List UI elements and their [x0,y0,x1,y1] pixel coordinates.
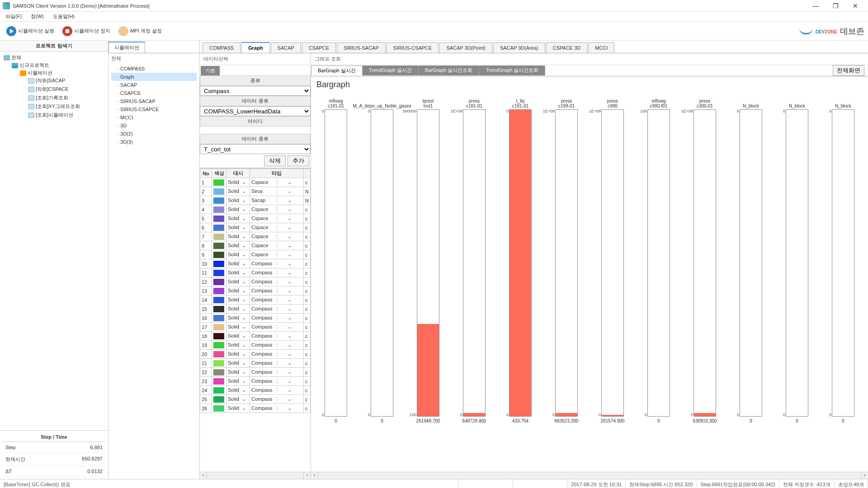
sim-item[interactable]: · SACAP [111,81,197,89]
subtab[interactable]: COMPASS [203,42,241,53]
tree-leaf[interactable]: [조회]기록조회 [28,94,106,102]
graph-tab[interactable]: BarGraph 실시간조회 [419,66,480,75]
datatype2-header: 데이터 종류 [200,134,311,144]
run-sim-label: 시뮬레이션 실행 [18,28,54,34]
table-row[interactable]: 22Solid⌄Compass⌄c [200,368,311,377]
chart-hscroll[interactable]: ‹› [311,472,868,479]
subtab[interactable]: CSPACE 3D [546,42,588,53]
subtab[interactable]: SACAP 3D(Area) [493,42,545,53]
table-row[interactable]: 20Solid⌄Compass⌄c [200,350,311,359]
col-color: 색상 [212,169,226,178]
subtab[interactable]: CSAPCE [302,42,336,53]
subtab[interactable]: SACAP 3D(Point) [439,42,492,53]
table-row[interactable]: 3Solid⌄Sacap⌄N [200,196,311,205]
minimize-button[interactable]: — [806,0,826,11]
menubar: 파일(F) 창(W) 도움말(H) [0,12,868,22]
graph-title: 그래프 조회 [315,56,341,62]
table-row[interactable]: 6Solid⌄Cspace⌄c [200,223,311,232]
sim-item[interactable]: · SIRIUS-SACAP [111,97,197,105]
sub-tabs: COMPASSGraphSACAPCSAPCESIRIUS-SACAPSIRIU… [200,41,868,53]
bar-column: pressc199-011E+080663523.200 [543,93,590,470]
subtab[interactable]: MCCI [588,42,614,53]
table-row[interactable]: 7Solid⌄Cspace⌄c [200,232,311,241]
table-row[interactable]: 16Solid⌄Compass⌄c [200,314,311,323]
add-button[interactable]: 추가 [288,155,309,166]
basic-tab[interactable]: 기본 [201,66,220,75]
series-grid[interactable]: No 색상 대시 타입 1Solid⌄Cspace⌄c2Solid⌄Sirus⌄… [200,168,311,472]
col-no: No [200,169,212,178]
sim-item[interactable]: · COMPASS [111,65,197,73]
steptime-title: Step / Time [2,432,106,442]
grid-hscroll[interactable]: ‹› [200,472,311,479]
sim-item[interactable]: · 3D(2) [111,130,197,138]
table-row[interactable]: 17Solid⌄Compass⌄c [200,323,311,332]
table-row[interactable]: 2Solid⌄Sirus⌄N [200,187,311,196]
tree-leaf[interactable]: [조회]XY그래프조회 [28,102,106,111]
subtab[interactable]: Graph [241,42,269,53]
project-tree[interactable]: 전체 신규프로젝트 시뮬레이션 [작화]SACAP[작화]CSPACE[조회]기… [0,52,108,430]
datatype2-select[interactable]: T_cori_tot [200,144,311,154]
table-row[interactable]: 8Solid⌄Cspace⌄c [200,241,311,250]
table-row[interactable]: 24Solid⌄Compass⌄c [200,386,311,395]
run-sim-button[interactable]: 시뮬레이션 실행 [4,25,57,38]
table-row[interactable]: 9Solid⌄Cspace⌄c [200,250,311,259]
menu-help[interactable]: 도움말(H) [49,12,78,21]
menu-window[interactable]: 창(W) [27,12,47,21]
table-row[interactable]: 26Solid⌄Compass⌄c [200,404,311,413]
table-row[interactable]: 13Solid⌄Compass⌄c [200,286,311,296]
tree-sim[interactable]: 시뮬레이션 [작화]SACAP[작화]CSPACE[조회]기록조회[조회]XY그… [20,69,106,120]
tree-project[interactable]: 신규프로젝트 시뮬레이션 [작화]SACAP[작화]CSPACE[조회]기록조회… [12,61,106,121]
col-type: 타입 [250,169,304,178]
table-row[interactable]: 18Solid⌄Compass⌄c [200,332,311,341]
sim-item[interactable]: · CSAPCE [111,89,197,97]
toolbar: 시뮬레이션 실행 시뮬레이션 정지 MPI 계정 설정 DEVZONE 데브존 [0,22,868,41]
col-dash: 대시 [226,169,250,178]
chart-title: Bargraph [311,76,868,93]
bar-column: pressc300-011E+080630910.300 [682,93,728,470]
subtab[interactable]: SIRIUS-CSAPCE [387,42,439,53]
datatype-select[interactable]: COMPASS_LowerHeadData [200,106,311,116]
table-row[interactable]: 21Solid⌄Compass⌄c [200,359,311,368]
sim-item[interactable]: · MCCI [111,113,197,122]
tree-leaf[interactable]: [작화]SACAP [28,76,106,85]
table-row[interactable]: 10Solid⌄Compass⌄c [200,259,311,268]
graph-tab[interactable]: TrendGraph 실시간조회 [479,66,545,75]
sim-item[interactable]: · SIRIUS-CSAPCE [111,105,197,113]
sim-item[interactable]: · 3D [111,122,197,130]
table-row[interactable]: 1Solid⌄Cspace⌄c [200,178,311,187]
sim-item[interactable]: · Graph [111,73,197,81]
table-row[interactable]: 23Solid⌄Compass⌄c [200,377,311,386]
close-button[interactable]: ✕ [845,0,865,11]
bar-column: mflowgc181-01000 [313,93,359,470]
table-row[interactable]: 12Solid⌄Compass⌄c [200,277,311,286]
table-row[interactable]: 5Solid⌄Cspace⌄c [200,214,311,223]
maximize-button[interactable]: ❐ [826,0,845,11]
tree-root[interactable]: 전체 신규프로젝트 시뮬레이션 [작화]SACAP[작화]CSPACE[조회]기… [4,53,106,122]
app-icon [3,2,10,9]
graph-tab[interactable]: TrendGraph 실시간 [363,66,419,75]
menu-file[interactable]: 파일(F) [2,12,25,21]
datatype-header: 데이터 종류 [200,96,311,106]
type-select[interactable]: Compass [200,86,311,96]
subtab[interactable]: SACAP [271,42,301,53]
simulation-panel: 시뮬레이션 전체 · COMPASS· Graph· SACAP· CSAPCE… [108,41,200,479]
sim-item[interactable]: · 3D(3) [111,138,197,146]
delete-button[interactable]: 삭제 [264,155,286,166]
stop-sim-button[interactable]: 시뮬레이션 정지 [60,25,113,38]
table-row[interactable]: 4Solid⌄Cspace⌄c [200,205,311,214]
tree-leaf[interactable]: [조회]시뮬레이션 [28,111,106,119]
status-sec: 초당:0.48개 [835,479,868,488]
table-row[interactable]: 14Solid⌄Compass⌄c [200,296,311,305]
graph-tab[interactable]: BarGraph 실시간 [311,66,363,75]
table-row[interactable]: 25Solid⌄Compass⌄c [200,395,311,404]
subtab[interactable]: SIRIUS-SACAP [337,42,386,53]
table-row[interactable]: 11Solid⌄Compass⌄c [200,268,311,277]
mpi-button[interactable]: MPI 계정 설정 [116,25,165,38]
sim-doc-tab[interactable]: 시뮬레이션 [108,42,145,53]
tree-leaf[interactable]: [작화]CSPACE [28,85,106,94]
table-row[interactable]: 19Solid⌄Compass⌄c [200,341,311,350]
table-row[interactable]: 15Solid⌄Compass⌄c [200,305,311,314]
fullscreen-button[interactable]: 전체화면 [833,65,864,76]
titlebar: SAMSON Client Version 1.0.0 (Demo) [Admi… [0,0,868,12]
data-select-title: 데이타선택 [200,53,311,65]
